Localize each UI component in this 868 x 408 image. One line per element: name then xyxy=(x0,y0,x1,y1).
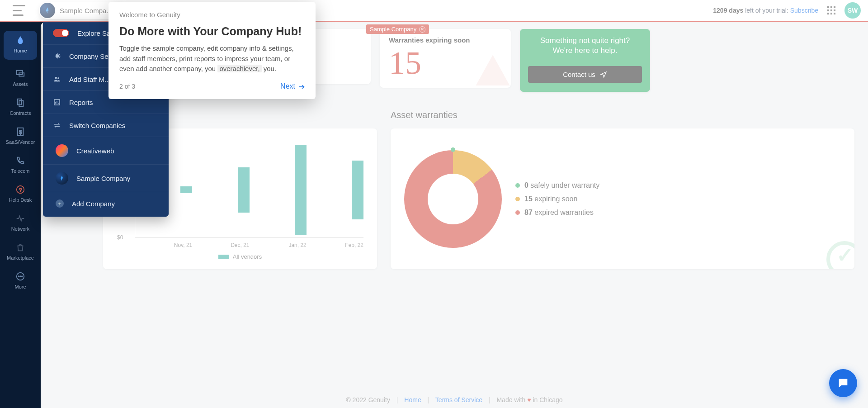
swap-icon xyxy=(53,121,61,129)
hub-label: Add Company xyxy=(72,200,115,208)
svg-point-9 xyxy=(18,276,19,277)
svg-rect-3 xyxy=(19,100,23,106)
onboarding-popover: Welcome to Genuity Do More with Your Com… xyxy=(108,2,316,99)
side-nav: Home Assets Contracts $ SaaS/Vendor Tele… xyxy=(0,22,41,408)
plus-circle-icon: + xyxy=(56,199,64,208)
nav-label: Telecom xyxy=(11,168,30,174)
hub-label: Sample Company xyxy=(76,175,130,182)
activity-icon xyxy=(15,213,25,223)
nav-label: Contracts xyxy=(9,110,31,116)
gear-icon xyxy=(53,52,61,60)
help-icon: ? xyxy=(15,185,25,195)
more-icon xyxy=(15,271,25,281)
nav-label: More xyxy=(14,284,26,289)
company-logo-icon xyxy=(56,144,68,157)
report-icon xyxy=(53,98,61,106)
arrow-right-icon: ➔ xyxy=(299,82,305,91)
nav-label: Assets xyxy=(13,81,28,87)
next-label: Next xyxy=(280,82,295,90)
nav-helpdesk[interactable]: ? Help Desk xyxy=(0,180,41,209)
svg-text:?: ? xyxy=(19,187,22,193)
popover-body: Toggle the sample company, edit company … xyxy=(119,43,305,74)
hub-label: Switch Companies xyxy=(69,122,125,129)
svg-text:$: $ xyxy=(19,129,22,135)
hub-label: Creativeweb xyxy=(76,147,114,155)
hub-label: Reports xyxy=(69,99,93,106)
svg-point-10 xyxy=(20,276,21,277)
nav-saas-vendor[interactable]: $ SaaS/Vendor xyxy=(0,122,41,151)
chat-icon xyxy=(837,377,849,389)
monitor-icon xyxy=(15,69,25,79)
document-icon xyxy=(15,98,25,108)
flame-icon xyxy=(15,35,25,45)
popover-eyebrow: Welcome to Genuity xyxy=(119,11,305,19)
popover-title: Do More with Your Company Hub! xyxy=(119,25,305,38)
nav-assets[interactable]: Assets xyxy=(0,64,41,93)
company-logo-icon xyxy=(56,172,68,185)
nav-network[interactable]: Network xyxy=(0,209,41,238)
nav-label: Marketplace xyxy=(7,255,34,261)
svg-point-13 xyxy=(57,77,59,79)
nav-telecom[interactable]: Telecom xyxy=(0,151,41,180)
svg-point-12 xyxy=(55,77,57,79)
chat-fab[interactable] xyxy=(829,369,857,397)
hub-switch-companies[interactable]: Switch Companies xyxy=(43,114,169,137)
hub-company-sample[interactable]: Sample Company xyxy=(43,165,169,192)
nav-label: Help Desk xyxy=(9,197,32,203)
hub-add-company[interactable]: + Add Company xyxy=(43,192,169,215)
nav-more[interactable]: More xyxy=(0,267,41,296)
svg-point-11 xyxy=(22,276,23,277)
dollar-icon: $ xyxy=(15,127,25,137)
nav-contracts[interactable]: Contracts xyxy=(0,93,41,122)
nav-label: SaaS/Vendor xyxy=(6,139,35,145)
phone-icon xyxy=(15,156,25,166)
bag-icon xyxy=(15,242,25,252)
nav-home[interactable]: Home xyxy=(4,31,37,60)
hub-label: Company Se... xyxy=(69,52,114,60)
nav-marketplace[interactable]: Marketplace xyxy=(0,238,41,267)
nav-label: Home xyxy=(14,48,27,53)
popover-step: 2 of 3 xyxy=(119,83,135,90)
nav-label: Network xyxy=(11,226,29,232)
users-icon xyxy=(53,75,61,83)
popover-next-button[interactable]: Next ➔ xyxy=(280,82,305,91)
toggle-switch[interactable] xyxy=(53,29,69,37)
hub-company-creativeweb[interactable]: Creativeweb xyxy=(43,137,169,165)
hub-label: Add Staff M... xyxy=(69,76,110,83)
